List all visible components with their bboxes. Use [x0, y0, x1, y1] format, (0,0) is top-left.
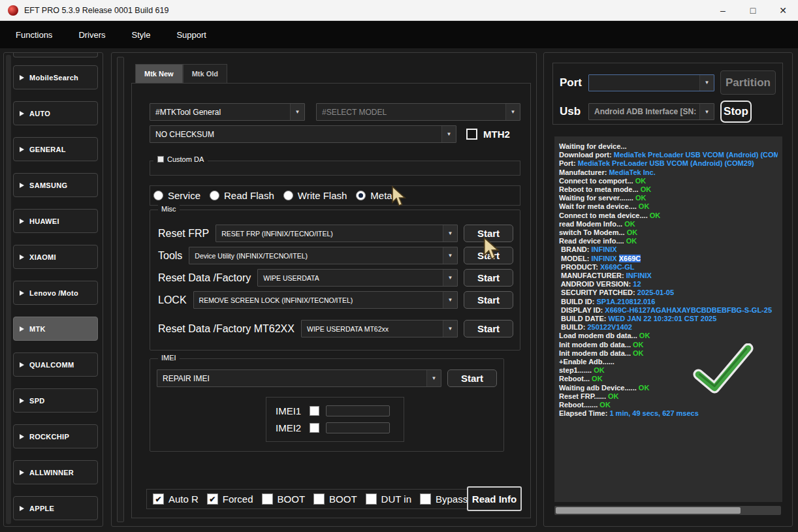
arrow-right-icon [20, 219, 24, 224]
log-line: BUILD: 250122V1402 [559, 323, 778, 332]
option-checkbox-item[interactable]: ✔ Bypass [420, 493, 468, 505]
chevron-down-icon[interactable] [443, 292, 457, 308]
sidebar-item-label: AUTO [29, 110, 50, 117]
checkbox-icon[interactable]: ✔ [313, 493, 325, 505]
chevron-down-icon[interactable] [699, 75, 714, 91]
chevron-down-icon[interactable] [426, 370, 441, 386]
sidebar-item[interactable]: MobileSearch [13, 65, 98, 89]
sidebar-item[interactable]: GENERAL [13, 137, 98, 161]
start-button[interactable]: Start [464, 247, 513, 264]
mode-radio[interactable]: Write Flash [283, 190, 347, 201]
imei-input[interactable] [326, 422, 390, 433]
chevron-down-icon[interactable] [443, 270, 457, 286]
sidebar-item[interactable]: HUAWEI [13, 209, 98, 233]
radio-icon[interactable] [356, 191, 366, 200]
sidebar-item[interactable]: ROCKCHIP [13, 424, 98, 448]
chevron-down-icon[interactable] [441, 126, 456, 142]
sidebar-item[interactable]: XIAOMI [13, 245, 98, 269]
sidebar-item[interactable]: SAMSUNG [13, 173, 98, 197]
option-checkbox-item[interactable]: ✔ BOOT [262, 493, 306, 505]
option-checkbox-item[interactable]: ✔ Forced [207, 493, 253, 505]
tab-mtk[interactable]: Mtk New [135, 64, 183, 84]
mode-radio[interactable]: Service [153, 190, 200, 201]
option-checkbox-label: BOOT [278, 493, 306, 505]
checkbox-icon[interactable]: ✔ [366, 493, 377, 505]
checkbox-icon[interactable]: ✔ [153, 493, 164, 505]
radio-icon[interactable] [210, 191, 219, 200]
option-checkbox-item[interactable]: ✔ BOOT [313, 493, 357, 505]
sidebar-item[interactable]: ALLWINNER [13, 460, 98, 484]
imei-checkbox[interactable]: ✔ [310, 423, 319, 433]
misc-option-select[interactable]: RESET FRP (INFINIX/TECNO/ITEL) [215, 225, 458, 242]
connection-box: Port Partition Usb Android ADB Interface… [552, 63, 783, 125]
custom-da-input[interactable]: Custom DA [150, 161, 520, 176]
maximize-icon[interactable]: □ [738, 0, 768, 21]
log-output[interactable]: Waiting for device... Download port: Med… [554, 136, 782, 502]
tab-mtk[interactable]: Mtk Old [183, 64, 227, 84]
minimize-icon[interactable]: – [708, 0, 738, 21]
misc-option-select[interactable]: Device Utility (INFINIX/TECNO/ITEL) [189, 247, 458, 264]
checkbox-icon[interactable]: ✔ [207, 493, 218, 505]
start-button[interactable]: Start [464, 291, 513, 309]
start-button[interactable]: Start [464, 320, 513, 337]
imei-checkbox[interactable]: ✔ [310, 406, 319, 416]
sidebar-item[interactable]: QUALCOMM [13, 352, 98, 377]
sidebar-item[interactable]: MTK [13, 317, 98, 341]
radio-icon[interactable] [283, 191, 293, 200]
chevron-down-icon[interactable] [443, 225, 457, 242]
sidebar-list: MobileSearch AUTO GENERAL SAMSUNG [13, 53, 98, 526]
close-icon[interactable]: ✕ [768, 0, 798, 21]
sidebar-item[interactable]: AUTO [13, 101, 98, 125]
mode-radio[interactable]: Read Flash [210, 190, 274, 201]
imei-input[interactable] [326, 405, 390, 416]
checkbox-icon[interactable]: ✔ [420, 493, 431, 505]
log-horizontal-scrollbar[interactable] [554, 506, 781, 515]
option-checkbox-item[interactable]: ✔ Auto R [153, 493, 199, 505]
checksum-select[interactable]: NO CHECKSUM [150, 125, 456, 143]
imei-field-row: IMEI1 ✔ [276, 405, 404, 416]
imei-option-select[interactable]: REPAIR IMEI [157, 369, 441, 387]
sidebar-item-partial[interactable] [13, 53, 98, 57]
sidebar-scrollbar[interactable] [6, 55, 11, 524]
sidebar-item[interactable]: Lenovo /Moto [13, 281, 98, 305]
misc-option-select[interactable]: WIPE USERDATA MT62xx [301, 320, 458, 337]
menu-item[interactable]: Style [123, 30, 160, 40]
menu-item[interactable]: Support [167, 30, 215, 40]
mtktool-select[interactable]: #MTKTool General [150, 103, 305, 121]
misc-row-label: Reset Data /Factory MT62XX [158, 323, 295, 335]
log-line: BRAND: INFINIX [559, 245, 778, 254]
chevron-down-icon[interactable] [443, 321, 457, 337]
sidebar-item[interactable]: SPD [13, 388, 98, 413]
menu-item[interactable]: Drivers [69, 30, 114, 40]
read-info-button[interactable]: Read Info [467, 486, 522, 511]
start-button[interactable]: Start [464, 269, 513, 287]
mode-radio-label: Service [168, 190, 200, 201]
log-line: Waiting for server....... OK [559, 194, 778, 202]
checkbox-icon[interactable]: ✔ [262, 493, 273, 505]
partition-button[interactable]: Partition [720, 70, 776, 95]
mode-radio[interactable]: Meta [356, 190, 392, 201]
start-button[interactable]: Start [447, 369, 497, 387]
option-checkbox-item[interactable]: ✔ DUT in [366, 493, 411, 505]
sidebar-item[interactable]: APPLE [13, 496, 98, 520]
chevron-down-icon[interactable] [290, 104, 304, 120]
port-select[interactable] [588, 74, 714, 91]
misc-option-select[interactable]: WIPE USERDATA [257, 269, 458, 287]
misc-option-select[interactable]: REMOVE SCREEN LOCK (INFINIX/TECNO/ITEL) [193, 291, 458, 309]
log-line: Wait for meta device.... OK [559, 202, 778, 211]
stop-button[interactable]: Stop [720, 101, 752, 123]
radio-icon[interactable] [153, 191, 163, 200]
log-line: read Modem Info... OK [559, 220, 778, 228]
sidebar-item-label: ROCKCHIP [29, 433, 69, 441]
log-line: Port: MediaTek PreLoader USB VCOM (Andro… [559, 159, 778, 168]
usb-select[interactable]: Android ADB Interface [SN: [588, 103, 714, 120]
chevron-down-icon[interactable] [699, 104, 714, 119]
custom-da-checkbox[interactable] [157, 156, 164, 163]
model-select[interactable]: #SELECT MODEL [316, 103, 520, 121]
mth2-checkbox[interactable] [466, 129, 477, 140]
scrollbar-thumb[interactable] [556, 507, 741, 514]
chevron-down-icon[interactable] [443, 247, 457, 264]
start-button[interactable]: Start [464, 225, 513, 242]
menu-item[interactable]: Functions [7, 30, 61, 40]
chevron-down-icon[interactable] [505, 104, 520, 120]
